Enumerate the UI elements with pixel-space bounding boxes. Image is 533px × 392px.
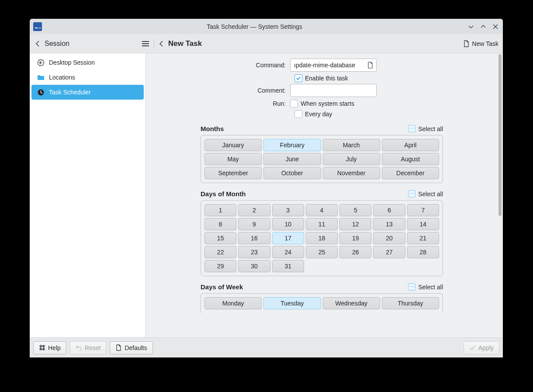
day-7[interactable]: 7 xyxy=(407,204,439,216)
month-september[interactable]: September xyxy=(204,167,262,179)
scrollbar[interactable] xyxy=(498,53,503,337)
day-29[interactable]: 29 xyxy=(204,260,236,272)
day-10[interactable]: 10 xyxy=(272,218,304,230)
day-24[interactable]: 24 xyxy=(272,246,304,258)
weekday-tuesday[interactable]: Tuesday xyxy=(263,297,321,309)
days-grid: 1234567891011121314151617181920212223242… xyxy=(201,200,443,276)
new-document-icon xyxy=(463,40,470,47)
day-11[interactable]: 11 xyxy=(306,218,338,230)
new-task-button[interactable]: New Task xyxy=(463,40,498,47)
new-task-label: New Task xyxy=(472,40,498,47)
close-icon[interactable] xyxy=(491,23,499,31)
months-select-all[interactable]: ⋯ Select all xyxy=(408,125,443,132)
maximize-icon[interactable] xyxy=(479,23,487,31)
days-month-select-all[interactable]: ⋯ Select all xyxy=(408,190,443,198)
day-30[interactable]: 30 xyxy=(238,260,270,272)
sidebar-item-task-scheduler[interactable]: Task Scheduler xyxy=(31,85,144,100)
hamburger-menu-icon[interactable] xyxy=(141,39,150,49)
day-8[interactable]: 8 xyxy=(204,218,236,230)
select-all-icon: ⋯ xyxy=(408,283,415,291)
day-28[interactable]: 28 xyxy=(407,246,439,258)
month-july[interactable]: July xyxy=(323,153,380,165)
comment-input[interactable] xyxy=(290,84,377,97)
day-25[interactable]: 25 xyxy=(306,246,338,258)
every-day-label: Every day xyxy=(305,111,332,118)
page-back-icon[interactable] xyxy=(158,40,166,48)
month-december[interactable]: December xyxy=(382,167,439,179)
days-month-title: Days of Month xyxy=(201,190,246,198)
day-6[interactable]: 6 xyxy=(373,204,405,216)
day-27[interactable]: 27 xyxy=(373,246,405,258)
month-march[interactable]: March xyxy=(323,139,380,151)
day-23[interactable]: 23 xyxy=(238,246,270,258)
back-icon[interactable] xyxy=(34,40,42,48)
check-icon xyxy=(469,344,476,351)
day-22[interactable]: 22 xyxy=(204,246,236,258)
enable-task-row[interactable]: Enable this task xyxy=(294,74,498,82)
month-november[interactable]: November xyxy=(323,167,380,179)
day-16[interactable]: 16 xyxy=(238,232,270,244)
day-20[interactable]: 20 xyxy=(373,232,405,244)
browse-file-icon[interactable] xyxy=(367,62,374,69)
month-august[interactable]: August xyxy=(382,153,439,165)
day-14[interactable]: 14 xyxy=(407,218,439,230)
select-all-icon: ⋯ xyxy=(408,125,415,132)
every-day-checkbox[interactable] xyxy=(294,110,302,118)
month-may[interactable]: May xyxy=(204,153,262,165)
weekday-thursday[interactable]: Thursday xyxy=(382,297,439,309)
toolbar: Session New Task New Task xyxy=(30,34,503,53)
enable-task-label: Enable this task xyxy=(305,75,348,82)
month-april[interactable]: April xyxy=(382,139,439,151)
day-3[interactable]: 3 xyxy=(272,204,304,216)
minimize-icon[interactable] xyxy=(467,23,475,31)
sidebar-item-label: Task Scheduler xyxy=(49,89,91,96)
run-label: Run: xyxy=(146,100,290,107)
month-february[interactable]: February xyxy=(263,139,321,151)
days-month-header: Days of Month ⋯ Select all xyxy=(201,190,443,198)
content-area: Command: ıpdate-mime-database Enable thi… xyxy=(146,53,498,337)
days-week-select-all[interactable]: ⋯ Select all xyxy=(408,283,443,291)
day-4[interactable]: 4 xyxy=(306,204,338,216)
reset-button: Reset xyxy=(70,341,107,354)
day-13[interactable]: 13 xyxy=(373,218,405,230)
sidebar-item-locations[interactable]: Locations xyxy=(31,70,144,85)
day-19[interactable]: 19 xyxy=(339,232,371,244)
month-june[interactable]: June xyxy=(263,153,321,165)
scrollbar-thumb[interactable] xyxy=(498,54,502,216)
month-january[interactable]: January xyxy=(204,139,262,151)
weekday-monday[interactable]: Monday xyxy=(204,297,262,309)
section-label[interactable]: Session xyxy=(45,40,69,48)
command-row: Command: ıpdate-mime-database xyxy=(146,59,498,72)
undo-icon xyxy=(76,344,82,351)
enable-task-checkbox[interactable] xyxy=(294,74,302,82)
page-title: New Task xyxy=(168,39,202,48)
day-2[interactable]: 2 xyxy=(238,204,270,216)
command-label: Command: xyxy=(146,62,290,69)
every-day-row[interactable]: Every day xyxy=(294,110,498,118)
when-starts-checkbox[interactable] xyxy=(290,100,298,108)
clock-icon xyxy=(37,88,45,96)
day-15[interactable]: 15 xyxy=(204,232,236,244)
weekdays-grid: MondayTuesdayWednesdayThursday xyxy=(201,293,443,313)
day-21[interactable]: 21 xyxy=(407,232,439,244)
sidebar-item-desktop-session[interactable]: Desktop Session xyxy=(31,55,144,70)
day-18[interactable]: 18 xyxy=(306,232,338,244)
sidebar-item-label: Locations xyxy=(49,74,75,81)
day-5[interactable]: 5 xyxy=(339,204,371,216)
day-1[interactable]: 1 xyxy=(204,204,236,216)
logout-icon xyxy=(37,59,45,66)
day-26[interactable]: 26 xyxy=(339,246,371,258)
help-icon xyxy=(39,344,45,351)
day-17[interactable]: 17 xyxy=(272,232,304,244)
month-october[interactable]: October xyxy=(263,167,321,179)
day-31[interactable]: 31 xyxy=(272,260,304,272)
defaults-button[interactable]: Defaults xyxy=(110,341,152,354)
weekday-wednesday[interactable]: Wednesday xyxy=(323,297,380,309)
systemsettings-app-icon xyxy=(33,22,42,31)
months-title: Months xyxy=(201,125,224,132)
day-9[interactable]: 9 xyxy=(238,218,270,230)
day-12[interactable]: 12 xyxy=(339,218,371,230)
command-input[interactable]: ıpdate-mime-database xyxy=(290,59,377,72)
sidebar-item-label: Desktop Session xyxy=(49,59,95,66)
help-button[interactable]: Help xyxy=(33,341,66,354)
